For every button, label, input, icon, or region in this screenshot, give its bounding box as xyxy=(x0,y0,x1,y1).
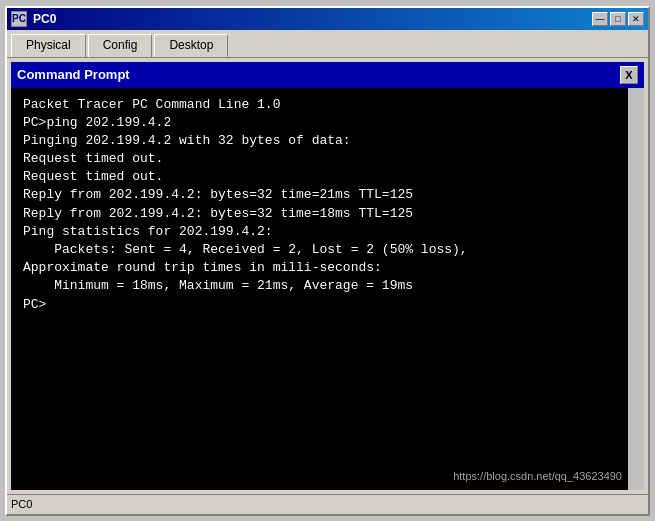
cmd-line: Pinging 202.199.4.2 with 32 bytes of dat… xyxy=(23,132,632,150)
maximize-button[interactable]: □ xyxy=(610,12,626,26)
bottom-label: PC0 xyxy=(11,498,32,510)
tab-config[interactable]: Config xyxy=(88,34,153,57)
window-icon: PC xyxy=(11,11,27,27)
cmd-line: Minimum = 18ms, Maximum = 21ms, Average … xyxy=(23,277,632,295)
cmd-window: Command Prompt X Packet Tracer PC Comman… xyxy=(11,62,644,490)
title-bar: PC PC0 — □ ✕ xyxy=(7,8,648,30)
cmd-output[interactable]: Packet Tracer PC Command Line 1.0PC>ping… xyxy=(11,88,644,490)
cmd-line: Ping statistics for 202.199.4.2: xyxy=(23,223,632,241)
cmd-line: Request timed out. xyxy=(23,168,632,186)
title-bar-text: PC PC0 xyxy=(11,11,56,27)
main-window: PC PC0 — □ ✕ Physical Config Desktop Com… xyxy=(5,6,650,516)
close-button[interactable]: ✕ xyxy=(628,12,644,26)
cmd-line: PC> xyxy=(23,296,632,314)
cmd-line: Request timed out. xyxy=(23,150,632,168)
bottom-bar: PC0 xyxy=(7,494,648,514)
window-title: PC0 xyxy=(33,12,56,26)
tab-physical[interactable]: Physical xyxy=(11,34,86,57)
cmd-line: Reply from 202.199.4.2: bytes=32 time=18… xyxy=(23,205,632,223)
tab-desktop[interactable]: Desktop xyxy=(154,34,228,57)
cmd-line: Approximate round trip times in milli-se… xyxy=(23,259,632,277)
content-area: Command Prompt X Packet Tracer PC Comman… xyxy=(7,57,648,494)
tab-bar: Physical Config Desktop xyxy=(7,30,648,57)
cmd-line: Packets: Sent = 4, Received = 2, Lost = … xyxy=(23,241,632,259)
cmd-line: Packet Tracer PC Command Line 1.0 xyxy=(23,96,632,114)
title-bar-controls: — □ ✕ xyxy=(592,12,644,26)
scrollbar[interactable] xyxy=(628,88,644,490)
watermark: https://blog.csdn.net/qq_43623490 xyxy=(453,470,622,482)
cmd-line: Reply from 202.199.4.2: bytes=32 time=21… xyxy=(23,186,632,204)
cmd-title-bar: Command Prompt X xyxy=(11,62,644,88)
cmd-line: PC>ping 202.199.4.2 xyxy=(23,114,632,132)
cmd-title-text: Command Prompt xyxy=(17,67,130,82)
cmd-close-button[interactable]: X xyxy=(620,66,638,84)
minimize-button[interactable]: — xyxy=(592,12,608,26)
